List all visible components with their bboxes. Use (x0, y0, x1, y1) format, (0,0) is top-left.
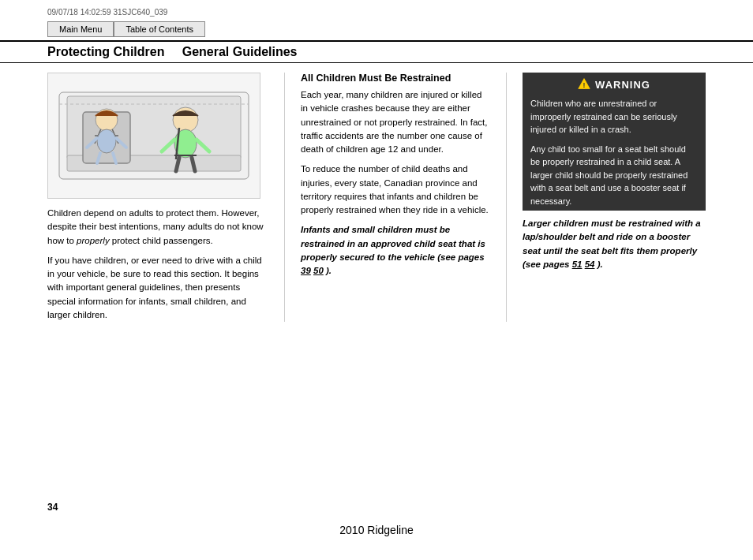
warning-para2: Any child too small for a seat belt shou… (530, 143, 698, 208)
warning-para1: Children who are unrestrained or imprope… (530, 97, 698, 136)
left-body-text: Children depend on adults to protect the… (47, 207, 268, 322)
footer-car-model: 2010 Ridgeline (0, 524, 753, 536)
page-link-39[interactable]: 39 (301, 266, 311, 275)
content-area: Children depend on adults to protect the… (0, 73, 753, 322)
page-number: 34 (47, 502, 58, 513)
middle-column: All Children Must Be Restrained Each yea… (301, 73, 490, 322)
middle-para2: To reduce the number of child deaths and… (301, 162, 490, 217)
section-header: Protecting Children General Guidelines (0, 40, 753, 63)
warning-title: ! WARNING (530, 77, 698, 92)
nav-bar: Main Menu Table of Contents (0, 21, 753, 37)
left-divider (284, 73, 285, 322)
svg-text:!: ! (583, 81, 586, 89)
section-title: Protecting Children General Guidelines (47, 45, 298, 58)
middle-bold-italic: Infants and small children must be restr… (301, 223, 490, 278)
right-divider (506, 73, 507, 322)
page-link-51[interactable]: 51 (572, 259, 583, 269)
warning-box: ! WARNING Children who are unrestrained … (523, 73, 706, 211)
toc-button[interactable]: Table of Contents (114, 21, 205, 37)
warning-triangle-icon: ! (578, 77, 590, 92)
middle-para1: Each year, many children are injured or … (301, 88, 490, 156)
main-menu-button[interactable]: Main Menu (47, 21, 114, 37)
svg-point-8 (97, 129, 116, 153)
timestamp: 09/07/18 14:02:59 31SJC640_039 (0, 8, 753, 21)
all-children-title: All Children Must Be Restrained (301, 73, 490, 84)
page-link-50[interactable]: 50 (313, 266, 324, 275)
bottom-italic-text: Larger children must be restrained with … (523, 217, 706, 271)
page-container: 09/07/18 14:02:59 31SJC640_039 Main Menu… (0, 0, 753, 560)
car-seat-image (47, 73, 260, 199)
right-column: ! WARNING Children who are unrestrained … (523, 73, 706, 322)
page-link-54[interactable]: 54 (585, 259, 595, 269)
left-column: Children depend on adults to protect the… (47, 73, 268, 322)
